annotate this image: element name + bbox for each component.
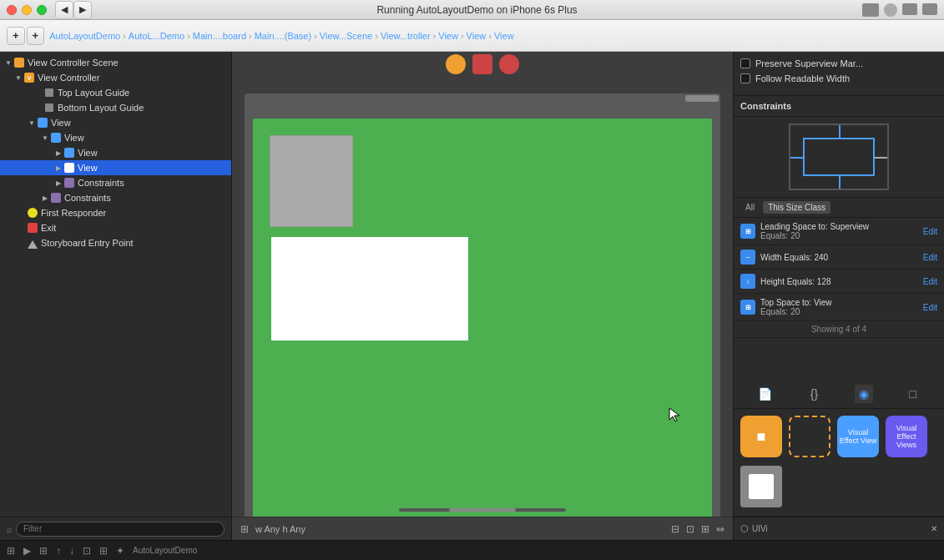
view-icon-2[interactable] <box>472 54 492 74</box>
constraint-text-leading: Leading Space to: Superview Equals: 20 <box>760 222 918 240</box>
split-icon[interactable] <box>922 3 937 15</box>
storyboard-entry-item[interactable]: Storyboard Entry Point <box>0 235 231 250</box>
exit-label: Exit <box>41 223 56 233</box>
edit-width[interactable]: Edit <box>923 253 937 262</box>
add-constraint-btn[interactable]: + <box>7 27 25 45</box>
view-root-item[interactable]: ▼ View <box>0 115 231 130</box>
gray-view[interactable] <box>270 135 353 227</box>
constraint-icon-top: ⊞ <box>740 300 755 315</box>
bc-view3[interactable]: View <box>494 31 514 41</box>
canvas-mode-icon[interactable]: ⊞ <box>240 523 249 535</box>
view-inner-item[interactable]: ▼ View <box>0 130 231 145</box>
constraints-outer-item[interactable]: ▶ Constraints <box>0 190 231 205</box>
view-icon-3[interactable] <box>499 54 519 74</box>
embed-icon[interactable]: ⊞ <box>701 523 709 535</box>
constraints-outer-label: Constraints <box>64 193 111 203</box>
circle-icon[interactable]: ◉ <box>855 385 873 403</box>
constraint-text-height: Height Equals: 128 <box>760 277 918 286</box>
vc-item[interactable]: ▼ V View Controller <box>0 70 231 85</box>
constraint-label-height: Height Equals: 128 <box>760 277 918 286</box>
constraints-inner-item[interactable]: ▶ Constraints <box>0 175 231 190</box>
obj-uiview[interactable]: ■ <box>740 416 782 459</box>
top-guide-item[interactable]: Top Layout Guide <box>0 85 231 100</box>
bc-autolayout[interactable]: AutoL...Demo <box>129 31 184 41</box>
inner-box <box>803 138 875 176</box>
constraint-label-leading: Leading Space to: Superview <box>760 222 918 231</box>
canvas-size-label: w Any h Any <box>255 524 305 534</box>
forward-button[interactable]: ▶ <box>73 1 92 19</box>
status-bar: ⊞ ▶ ⊞ ↑ ↓ ⊡ ⊞ ✦ AutoLayoutDemo <box>0 540 944 560</box>
tab-size-class[interactable]: This Size Class <box>763 201 830 214</box>
scrollbar-thumb[interactable] <box>449 508 516 512</box>
bottom-guide-item[interactable]: Bottom Layout Guide <box>0 100 231 115</box>
exit-item[interactable]: Exit <box>0 220 231 235</box>
constraint-icon-width: ↔ <box>740 250 755 265</box>
tab-all[interactable]: All <box>740 201 760 214</box>
scene-label: View Controller Scene <box>28 58 119 68</box>
edit-top[interactable]: Edit <box>923 303 937 312</box>
square-icon[interactable]: □ <box>904 385 922 403</box>
file-icon[interactable]: 📄 <box>756 385 775 403</box>
canvas-area: ⊞ w Any h Any ⊟ ⊡ ⊞ ⇔ <box>232 52 733 540</box>
constraint-label-top: Top Space to: View <box>760 298 918 307</box>
view-item1[interactable]: ▶ View <box>0 145 231 160</box>
constraint-equals-top: Equals: 20 <box>760 307 918 316</box>
add-constraint-btn2[interactable]: + <box>27 27 45 45</box>
bc-view2[interactable]: View <box>467 31 487 41</box>
view-icon-1[interactable] <box>446 54 466 74</box>
bc-viewscene[interactable]: View...Scene <box>320 31 372 41</box>
edit-leading[interactable]: Edit <box>923 227 937 236</box>
canvas-viewport[interactable] <box>232 77 733 517</box>
view-inner-arrow: ▼ <box>40 133 50 143</box>
scrollbar-horizontal[interactable] <box>399 508 566 512</box>
edit-height[interactable]: Edit <box>923 277 937 286</box>
obj-visual-effect[interactable]: Visual Effect View <box>837 416 879 459</box>
canvas-bottom-icons-right: ⊟ ⊡ ⊞ ⇔ <box>671 523 724 535</box>
back-button[interactable]: ◀ <box>55 1 73 19</box>
bc-mainbase[interactable]: Main....(Base) <box>255 31 311 41</box>
constraint-item-width: ↔ Width Equals: 240 Edit <box>734 245 944 270</box>
uivi-label: UIVi <box>752 524 768 533</box>
traffic-lights <box>7 5 47 15</box>
filter-icon: ⌕ <box>7 524 13 534</box>
align-icon[interactable]: ⊡ <box>686 523 694 535</box>
resolve-icon[interactable]: ⇔ <box>716 523 724 535</box>
scene-arrow: ▼ <box>3 58 13 68</box>
close-panel-icon[interactable]: ✕ <box>931 524 937 533</box>
constraints-inner-icon <box>63 177 75 189</box>
white-view[interactable] <box>270 235 470 342</box>
filter-tabs: All This Size Class <box>734 198 944 218</box>
first-responder-item[interactable]: First Responder <box>0 205 231 220</box>
scheme-icon[interactable] <box>862 3 879 17</box>
preserve-checkbox[interactable] <box>740 58 750 68</box>
follow-row: Follow Readable Width <box>740 73 937 83</box>
view-root-icon <box>37 117 48 129</box>
follow-checkbox[interactable] <box>740 73 750 83</box>
diagram-line-left <box>790 157 803 159</box>
constraint-item-leading: ⊞ Leading Space to: Superview Equals: 20… <box>734 218 944 245</box>
code-icon[interactable]: {} <box>805 385 824 403</box>
follow-label: Follow Readable Width <box>755 73 850 83</box>
filter-input[interactable] <box>16 522 225 537</box>
constraint-line-h <box>253 281 271 282</box>
obj-gray-view[interactable] <box>740 466 782 509</box>
close-button[interactable] <box>7 5 17 15</box>
run-icon[interactable] <box>884 3 897 17</box>
add-constraint-icon[interactable]: ⊟ <box>671 523 679 535</box>
constraints-outer-icon <box>50 192 62 204</box>
bc-viewcontroller[interactable]: View...troller <box>381 31 431 41</box>
bc-autodemo[interactable]: AutoLayoutDemo <box>49 31 120 41</box>
view-root-label: View <box>51 118 71 128</box>
scene-item[interactable]: ▼ View Controller Scene <box>0 55 231 70</box>
view-item2[interactable]: ▶ View <box>0 160 231 175</box>
window-icon[interactable] <box>902 3 917 15</box>
bc-view1[interactable]: View <box>438 31 458 41</box>
obj-visual-effect-views[interactable]: Visual Effect Views <box>886 416 927 459</box>
rp-bottom: ⬡ UIVi ✕ <box>734 517 944 540</box>
bc-mainboard[interactable]: Main....board <box>193 31 246 41</box>
resize-handle[interactable] <box>685 95 719 102</box>
fullscreen-button[interactable] <box>37 5 47 15</box>
obj-effect-outline[interactable] <box>789 416 830 459</box>
canvas-toolbar <box>232 52 733 77</box>
minimize-button[interactable] <box>22 5 32 15</box>
